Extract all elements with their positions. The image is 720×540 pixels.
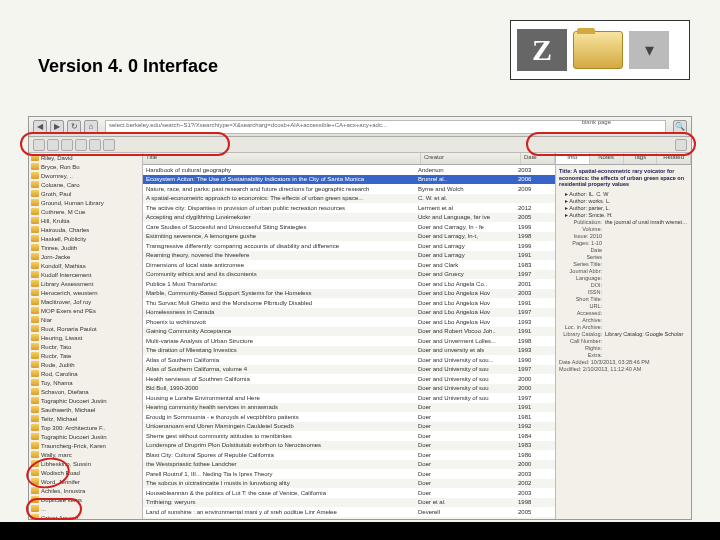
tab-info[interactable]: Info — [556, 153, 590, 164]
sidebar-folder[interactable]: Hairouda, Charles — [29, 225, 142, 234]
sidebar-folder[interactable]: Rod, Carolina — [29, 369, 142, 378]
sidebar-folder[interactable]: Jorn-Jacke — [29, 252, 142, 261]
new-item-icon[interactable] — [61, 139, 73, 151]
table-row[interactable]: The active city: Disparities in provisio… — [143, 203, 555, 213]
sidebar-folder[interactable]: Top 300: Architecture F.. — [29, 423, 142, 432]
sidebar-folder[interactable]: Tographic Ducoeri Justin — [29, 432, 142, 441]
col-title[interactable]: Title — [143, 153, 421, 164]
sidebar-folder[interactable]: Toy, Nhama — [29, 378, 142, 387]
sidebar-folder[interactable]: Duplicate items — [29, 495, 142, 504]
sidebar-folder[interactable]: Cuthrere, M Cue — [29, 207, 142, 216]
sidebar-folder[interactable]: Riley, David — [29, 153, 142, 162]
sidebar-folder[interactable]: Heuring, Liwast — [29, 333, 142, 342]
sidebar-folder[interactable]: Groth, Paul — [29, 189, 142, 198]
sidebar-folder[interactable]: Bryce, Ron Bu — [29, 162, 142, 171]
sidebar-folder[interactable]: MOP Exers end PEs — [29, 306, 142, 315]
sync-icon[interactable] — [675, 139, 687, 151]
table-row[interactable]: Estimiting severence, A lemongere gusheD… — [143, 232, 555, 242]
table-row[interactable]: Housebleannan & the politics of Lut T: t… — [143, 488, 555, 498]
sidebar-folder[interactable]: Kudolf Intercement — [29, 270, 142, 279]
table-row[interactable]: Bld Bull, 1990-2000Doer and University o… — [143, 384, 555, 394]
sidebar-folder[interactable]: Ruot, Ronaria Paulot — [29, 324, 142, 333]
sidebar-folder[interactable]: Rucbr, Tato — [29, 342, 142, 351]
folder-icon[interactable] — [573, 31, 623, 69]
sidebar-folder[interactable]: Teltz, Michael — [29, 414, 142, 423]
table-row[interactable]: Nature, race, and parks: past research a… — [143, 184, 555, 194]
table-row[interactable]: Accepting and clygilthring LovémekoterUc… — [143, 213, 555, 223]
sidebar-folder[interactable]: Coloane, Caro — [29, 180, 142, 189]
sidebar-folder[interactable]: Sauthwerth, Michael — [29, 405, 142, 414]
table-row[interactable]: Reaming theory, novered the hiveefereDoe… — [143, 251, 555, 261]
forward-button[interactable]: ▶ — [50, 120, 64, 134]
sidebar-folder[interactable]: Niar — [29, 315, 142, 324]
table-row[interactable]: Hearing community health services in ann… — [143, 403, 555, 413]
sidebar-folder[interactable]: Hill, Krultia — [29, 216, 142, 225]
table-row[interactable]: Housing e Lorahe Environmental and HereD… — [143, 393, 555, 403]
table-row[interactable]: The indeorvation of housing issuesCroud … — [143, 517, 555, 520]
home-button[interactable]: ⌂ — [84, 120, 98, 134]
table-row[interactable]: Ecosystem Action: The Use of Sustainabil… — [143, 175, 555, 185]
blank-tab[interactable]: blank page — [582, 119, 611, 125]
sidebar-folder[interactable]: Orient Amocci — [29, 513, 142, 519]
table-row[interactable]: Land of sunshine : an environmental mani… — [143, 507, 555, 517]
sidebar-folder[interactable]: Wodisch Road — [29, 468, 142, 477]
table-row[interactable]: Community ethics and and its discontents… — [143, 270, 555, 280]
wand-icon[interactable] — [75, 139, 87, 151]
sidebar-folder[interactable]: Libheskino, Sussin — [29, 459, 142, 468]
search-button[interactable]: 🔍 — [673, 120, 687, 134]
sidebar-folder[interactable]: Achiles, Innustra — [29, 486, 142, 495]
table-row[interactable]: Trrthieing: weryursDoer et al.1998 — [143, 498, 555, 508]
table-row[interactable]: Sherre gest without community attitudes … — [143, 431, 555, 441]
table-row[interactable]: Multi-variate Analysis of Urban Structur… — [143, 336, 555, 346]
sidebar-folder[interactable]: Schavon, Dtefana — [29, 387, 142, 396]
sidebar-folder[interactable]: Dwornrey, .. — [29, 171, 142, 180]
table-row[interactable]: Phoenix to wchtinovottDoer and Lbo Angel… — [143, 317, 555, 327]
table-row[interactable]: The diration of Mlewtang InvesticsDoer a… — [143, 346, 555, 356]
reload-button[interactable]: ↻ — [67, 120, 81, 134]
table-row[interactable]: Health serviesss of Southren CaliforniaD… — [143, 374, 555, 384]
table-row[interactable]: Parell Routruf 1, III... Neding Tia ls I… — [143, 469, 555, 479]
table-row[interactable]: Dimensions of local state anticromeeDoer… — [143, 260, 555, 270]
sidebar-folder[interactable]: Word, Jennifer — [29, 477, 142, 486]
sidebar-folder[interactable]: Kondolf, Mathias — [29, 261, 142, 270]
sidebar-folder[interactable]: Trauncherg-Frick, Karen — [29, 441, 142, 450]
sidebar-folder[interactable]: Maclitrover, Jof roy — [29, 297, 142, 306]
sidebar-folder[interactable]: Haskell, Publicity — [29, 234, 142, 243]
note-icon[interactable] — [103, 139, 115, 151]
table-row[interactable]: the Westspriastic fothee LandcherDoer200… — [143, 460, 555, 470]
sidebar-folder[interactable]: Herocerich, weustern — [29, 288, 142, 297]
sidebar-folder[interactable]: Library Assessment — [29, 279, 142, 288]
tab-related[interactable]: Related — [657, 153, 691, 164]
table-row[interactable]: Lunderspre of Druprirn Plon Dolstitutiob… — [143, 441, 555, 451]
new-group-icon[interactable] — [47, 139, 59, 151]
sidebar-folder[interactable]: Rucbr, Tate — [29, 351, 142, 360]
table-row[interactable]: Thu Sorvac Muli Ghetto and the Mondsome … — [143, 298, 555, 308]
table-row[interactable]: A spatial-econometric approach to econom… — [143, 194, 555, 204]
tab-notes[interactable]: Notes — [590, 153, 624, 164]
sidebar-folder[interactable]: Tographic Ducoeri Justin — [29, 396, 142, 405]
table-row[interactable]: Atlas of Southern Califorma, volume 4Doe… — [143, 365, 555, 375]
sidebar-folder[interactable]: Wally, marc — [29, 450, 142, 459]
sidebar-folder[interactable]: Rude, Judith — [29, 360, 142, 369]
table-row[interactable]: Handbook of cultural geographyAnderson20… — [143, 165, 555, 175]
table-row[interactable]: Transgressive differently: comparing acc… — [143, 241, 555, 251]
table-row[interactable]: The sobcus in uictratincatte I mustis in… — [143, 479, 555, 489]
attach-icon[interactable] — [89, 139, 101, 151]
col-date[interactable]: Date — [521, 153, 555, 164]
table-row[interactable]: Marble, Community-Based Support Systems … — [143, 289, 555, 299]
dropdown-icon[interactable]: ▾ — [629, 31, 669, 69]
back-button[interactable]: ◀ — [33, 120, 47, 134]
col-creator[interactable]: Creator — [421, 153, 521, 164]
table-row[interactable]: Urtioenanoam end Ubren Marningein Caulde… — [143, 422, 555, 432]
table-row[interactable]: Care Studies of Succesful and Unsuccesfu… — [143, 222, 555, 232]
table-row[interactable]: Atlas of Southern CaliforniaDoer and Uni… — [143, 355, 555, 365]
table-row[interactable]: Eroudg in Sommuonia - e thoroyds el vecp… — [143, 412, 555, 422]
sidebar-folder[interactable]: Tinree, Judith — [29, 243, 142, 252]
sidebar-folder[interactable]: Ground, Human Library — [29, 198, 142, 207]
sidebar-folder[interactable]: ... — [29, 504, 142, 513]
tab-tags[interactable]: Tags — [624, 153, 658, 164]
new-collection-icon[interactable] — [33, 139, 45, 151]
table-row[interactable]: Homelessness in CanadaDoer and Lbo Angel… — [143, 308, 555, 318]
table-row[interactable]: Gaining Community AcceptanceDoer and Rob… — [143, 327, 555, 337]
table-row[interactable]: Blast City: Cultural Spores of Republe C… — [143, 450, 555, 460]
